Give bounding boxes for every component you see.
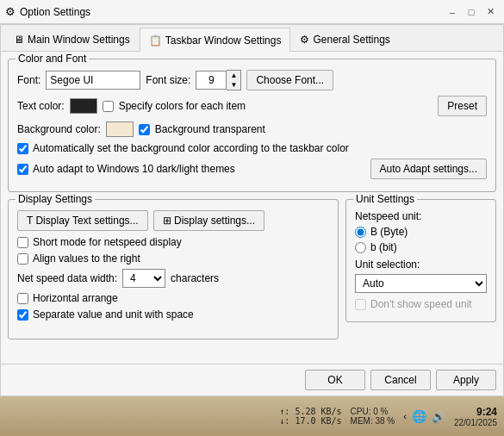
dont-show-label: Don't show speed unit: [370, 298, 472, 310]
separate-value-label: Separate value and unit with space: [33, 308, 194, 321]
specify-colors-checkbox[interactable]: [103, 101, 114, 112]
specify-colors-label: Specify colors for each item: [119, 100, 246, 112]
title-bar: ⚙ Option Settings – □ ✕: [0, 0, 504, 24]
tab-taskbar-window[interactable]: 📋 Taskbar Window Settings: [140, 28, 291, 52]
align-right-label: Align values to the right: [33, 252, 140, 265]
taskbar: ↑: 5.28 KB/s ↓: 17.0 KB/s CPU: 0 % MEM: …: [0, 396, 504, 436]
cpu-stat: CPU: 0 %: [351, 407, 395, 416]
window-title: Option Settings: [20, 6, 90, 18]
two-col-section: Display Settings T Display Text settings…: [8, 199, 496, 339]
mem-stat: MEM: 38 %: [351, 416, 395, 426]
net-speed-width-label: Net speed data width:: [17, 272, 117, 284]
unit-sel-select[interactable]: Auto KB/s MB/s GB/s: [355, 274, 487, 293]
unit-settings-title: Unit Settings: [353, 193, 417, 205]
font-input[interactable]: [46, 71, 140, 90]
auto-adapt-checkbox[interactable]: [17, 164, 28, 175]
font-label: Font:: [17, 74, 40, 86]
cpu-mem: CPU: 0 % MEM: 38 %: [351, 407, 395, 426]
horizontal-arrange-label: Horizontal arrange: [33, 292, 118, 304]
tab-content: Color and Font Font: Font size: ▲ ▼ Choo…: [1, 52, 503, 364]
text-color-swatch[interactable]: [70, 98, 97, 114]
network-icon: 🌐: [412, 409, 426, 423]
taskbar-icons: ‹ 🌐 🔊: [403, 409, 445, 423]
netspeed-unit-label: Netspeed unit:: [355, 210, 421, 222]
font-size-label: Font size:: [146, 74, 190, 86]
tab-main-window[interactable]: 🖥 Main Window Settings: [4, 28, 140, 51]
auto-set-bg-label: Automatically set the background color a…: [33, 142, 349, 154]
net-down: ↓: 17.0 KB/s: [279, 416, 341, 426]
grid-icon: ⊞: [163, 215, 174, 227]
choose-font-button[interactable]: Choose Font...: [246, 70, 333, 90]
net-up: ↑: 5.28 KB/s: [279, 407, 341, 416]
byte-label: B (Byte): [370, 226, 408, 238]
auto-adapt-button[interactable]: Auto Adapt settings...: [370, 159, 487, 179]
clock[interactable]: 9:24 22/01/2025: [454, 406, 497, 427]
bit-label: b (bit): [370, 241, 397, 253]
font-size-input[interactable]: [196, 71, 227, 90]
align-right-checkbox[interactable]: [17, 253, 28, 265]
unit-sel-label: Unit selection:: [355, 258, 420, 271]
auto-set-bg-checkbox[interactable]: [17, 143, 28, 154]
bg-transparent-label: Background transparent: [155, 123, 265, 135]
maximize-button[interactable]: □: [463, 4, 480, 20]
color-font-title: Color and Font: [16, 53, 89, 65]
font-size-spinbox: ▲ ▼: [196, 70, 241, 90]
short-mode-label: Short mode for netspeed display: [33, 236, 182, 248]
bit-radio[interactable]: [355, 242, 366, 253]
display-settings-group: Display Settings T Display Text settings…: [8, 199, 339, 339]
separate-value-checkbox[interactable]: [17, 309, 28, 321]
tab-bar: 🖥 Main Window Settings 📋 Taskbar Window …: [1, 25, 503, 52]
unit-settings-group: Unit Settings Netspeed unit: B (Byte) b …: [345, 199, 496, 322]
cancel-button[interactable]: Cancel: [370, 370, 431, 390]
font-size-down[interactable]: ▼: [227, 80, 240, 90]
clock-time: 9:24: [454, 406, 497, 418]
text-icon: T: [27, 215, 35, 227]
net-speeds: ↑: 5.28 KB/s ↓: 17.0 KB/s: [279, 407, 341, 426]
general-tab-icon: ⚙: [300, 34, 309, 46]
app-icon: ⚙: [5, 5, 16, 18]
chevron-icon[interactable]: ‹: [403, 411, 407, 421]
apply-button[interactable]: Apply: [436, 370, 496, 390]
dont-show-unit-checkbox[interactable]: [355, 299, 366, 310]
tab-general[interactable]: ⚙ General Settings: [290, 28, 399, 51]
byte-radio[interactable]: [355, 227, 366, 238]
minimize-button[interactable]: –: [444, 4, 461, 20]
net-speed-width-select[interactable]: 4 5 6: [122, 269, 165, 288]
action-bar: OK Cancel Apply: [1, 364, 503, 396]
close-button[interactable]: ✕: [482, 4, 499, 20]
short-mode-checkbox[interactable]: [17, 237, 28, 248]
display-settings-button[interactable]: ⊞ Display settings...: [153, 210, 264, 231]
speaker-icon: 🔊: [432, 410, 445, 423]
ok-button[interactable]: OK: [305, 370, 365, 390]
clock-date: 22/01/2025: [454, 418, 497, 427]
characters-label: characters: [171, 272, 219, 284]
taskbar-info: ↑: 5.28 KB/s ↓: 17.0 KB/s CPU: 0 % MEM: …: [279, 406, 497, 427]
display-settings-title: Display Settings: [16, 193, 95, 205]
display-text-settings-button[interactable]: T Display Text settings...: [17, 210, 148, 231]
font-size-up[interactable]: ▲: [227, 71, 240, 80]
auto-adapt-label: Auto adapt to Windows 10 dark/light them…: [33, 163, 235, 175]
preset-button[interactable]: Preset: [438, 96, 487, 116]
taskbar-tab-icon: 📋: [149, 34, 162, 47]
color-font-group: Color and Font Font: Font size: ▲ ▼ Choo…: [8, 59, 496, 192]
bg-transparent-checkbox[interactable]: [139, 124, 150, 135]
text-color-label: Text color:: [17, 100, 65, 112]
monitor-icon: 🖥: [14, 34, 24, 46]
bg-color-swatch[interactable]: [106, 121, 134, 137]
main-window: 🖥 Main Window Settings 📋 Taskbar Window …: [0, 24, 504, 396]
bg-color-label: Background color:: [17, 123, 101, 135]
horizontal-arrange-checkbox[interactable]: [17, 293, 28, 304]
